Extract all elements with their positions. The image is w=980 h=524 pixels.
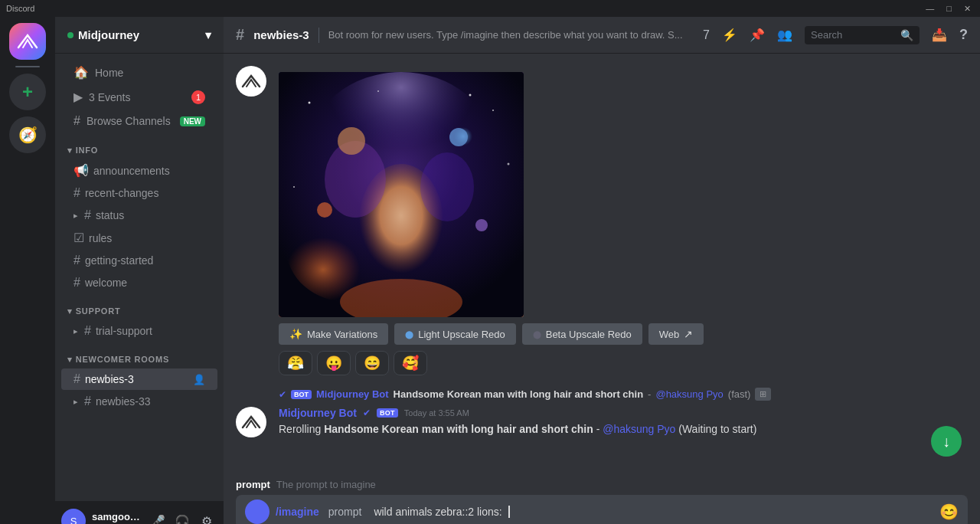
msg-context: ✔ BOT Midjourney Bot Handsome Korean man…	[279, 388, 968, 401]
web-btn[interactable]: Web ↗	[648, 323, 704, 345]
sidebar-channel-recent-changes[interactable]: # recent-changes	[61, 182, 217, 204]
variations-icon: ✨	[289, 328, 302, 340]
prompt-hint-label: prompt	[236, 479, 270, 490]
help-icon[interactable]: ?	[959, 27, 968, 43]
light-upscale-icon: ⬤	[405, 330, 413, 339]
web-external-icon: ↗	[684, 328, 693, 340]
svg-point-12	[492, 110, 494, 111]
svg-point-16	[377, 90, 379, 92]
maximize-btn[interactable]: □	[943, 4, 955, 14]
msg-context-line: ✔ BOT Midjourney Bot Handsome Korean man…	[236, 388, 968, 401]
context-mention: @haksung Pyo	[655, 388, 723, 400]
settings-btn[interactable]: ⚙	[196, 510, 217, 524]
search-icon: 🔍	[900, 29, 913, 41]
search-input[interactable]	[811, 29, 896, 41]
sidebar-channel-announcements[interactable]: 📢 announcements	[61, 159, 217, 182]
announce-icon: 📢	[74, 163, 89, 178]
sidebar-item-events[interactable]: ▶ 3 Events 1	[61, 85, 217, 109]
channel-welcome-label: welcome	[85, 277, 127, 289]
server-name: Midjourney	[78, 28, 139, 41]
mic-btn[interactable]: 🎤	[147, 510, 168, 524]
sidebar-footer: S samgoodw... #1598 🎤 🎧 ⚙	[55, 501, 224, 524]
sidebar-channel-status[interactable]: ▸ # status	[61, 205, 217, 226]
sidebar-channel-newbies-3[interactable]: # newbies-3 👤	[61, 368, 217, 390]
context-dash: -	[648, 388, 651, 400]
hash-icon-nb3: #	[74, 372, 80, 386]
messages-list: ✨ Make Variations ⬤ Light Upscale Redo ⬤…	[224, 54, 980, 470]
chat-input-area: /imagine prompt wild animals zebra::2 li…	[224, 495, 980, 524]
hash-icon-gs: #	[74, 254, 80, 267]
search-box[interactable]: 🔍	[805, 26, 920, 44]
headset-btn[interactable]: 🎧	[172, 510, 193, 524]
discover-btn[interactable]: 🧭	[9, 116, 46, 153]
pin-icon[interactable]: 📌	[750, 28, 765, 42]
add-member-icon[interactable]: 👥	[777, 28, 792, 42]
make-variations-btn[interactable]: ✨ Make Variations	[279, 323, 388, 345]
chevron-down-icon: ▾	[205, 28, 211, 42]
chat-input-box[interactable]: /imagine prompt wild animals zebra::2 li…	[236, 495, 968, 524]
prompt-hint: prompt The prompt to imagine	[236, 476, 968, 495]
context-prompt-text: Handsome Korean man with long hair and s…	[394, 388, 643, 400]
newcomer-section-header[interactable]: ▾ NEWCOMER ROOMS	[55, 342, 224, 368]
sidebar-header[interactable]: Midjourney ▾	[55, 17, 224, 54]
beta-upscale-redo-btn[interactable]: ⬤ Beta Upscale Redo	[522, 323, 642, 345]
add-server-btn[interactable]: +	[9, 74, 46, 110]
verified-icon: ✔	[279, 389, 286, 400]
reaction-heart-eyes[interactable]: 🥰	[394, 351, 427, 375]
msg2-action: Rerolling	[279, 423, 324, 435]
server-icon-midjourney[interactable]	[9, 23, 46, 60]
support-section-header[interactable]: ▾ SUPPORT	[55, 294, 224, 319]
sidebar-item-home[interactable]: 🏠 Home	[61, 61, 217, 84]
sidebar: Midjourney ▾ 🏠 Home ▶ 3 Events 1 # Brows…	[55, 17, 224, 524]
support-section-title: ▾ SUPPORT	[67, 306, 120, 316]
hash-icon-1: #	[74, 186, 80, 200]
svg-point-6	[420, 152, 474, 221]
light-upscale-redo-label: Light Upscale Redo	[418, 329, 505, 340]
light-upscale-redo-btn[interactable]: ⬤ Light Upscale Redo	[394, 323, 515, 345]
emoji-picker-btn[interactable]: 😊	[939, 503, 959, 521]
scroll-to-bottom-area: ↓	[931, 426, 962, 463]
sidebar-channel-getting-started[interactable]: # getting-started	[61, 250, 217, 271]
header-icons: 7 ⚡ 📌 👥 🔍 📥 ?	[703, 26, 968, 44]
info-section-title: ▾ INFO	[67, 146, 98, 156]
reaction-angry[interactable]: 😤	[279, 351, 312, 375]
inbox-icon[interactable]: 📥	[932, 28, 947, 42]
collapse-arrow-ts: ▸	[74, 326, 78, 336]
msg2-verified-icon: ✔	[363, 408, 371, 418]
channel-trial-support-label: trial-support	[96, 325, 152, 337]
hash-icon-ts: #	[84, 324, 91, 338]
context-icon-btn[interactable]: ⊞	[755, 388, 771, 401]
msg2-timestamp: Today at 3:55 AM	[404, 408, 469, 418]
channel-announcements-label: announcements	[93, 165, 170, 177]
info-section-header[interactable]: ▾ INFO	[55, 133, 224, 159]
channel-newbies-3-label: newbies-3	[85, 373, 134, 385]
channel-header: # newbies-3 Bot room for new users. Type…	[224, 17, 980, 54]
close-btn[interactable]: ✕	[961, 4, 974, 14]
sidebar-content: 🏠 Home ▶ 3 Events 1 # Browse Channels NE…	[55, 54, 224, 501]
message-2: Midjourney Bot ✔ BOT Today at 3:55 AM Re…	[236, 407, 968, 437]
sidebar-channel-welcome[interactable]: # welcome	[61, 272, 217, 293]
chat-user-avatar	[245, 499, 270, 524]
events-icon: ▶	[74, 90, 83, 104]
sidebar-channel-rules[interactable]: ☑ rules	[61, 227, 217, 249]
sidebar-events-label: 3 Events	[89, 91, 130, 103]
online-status-dot	[67, 32, 74, 38]
sidebar-item-browse[interactable]: # Browse Channels NEW	[61, 110, 217, 133]
sidebar-channel-newbies-33[interactable]: ▸ # newbies-33	[61, 391, 217, 412]
bolt-icon[interactable]: ⚡	[722, 28, 737, 42]
check-icon: ☑	[74, 231, 84, 245]
svg-point-8	[449, 128, 468, 146]
header-divider	[318, 28, 319, 43]
msg2-text: Rerolling Handsome Korean man with long …	[279, 422, 968, 437]
user-avatar: S	[61, 509, 86, 524]
scroll-to-bottom-btn[interactable]: ↓	[931, 426, 962, 457]
minimize-btn[interactable]: —	[923, 4, 937, 14]
reaction-tongue[interactable]: 😛	[317, 351, 351, 375]
message-1: ✨ Make Variations ⬤ Light Upscale Redo ⬤…	[236, 66, 968, 375]
svg-point-10	[475, 219, 488, 231]
newcomer-section-title: ▾ NEWCOMER ROOMS	[67, 355, 169, 365]
sidebar-channel-trial-support[interactable]: ▸ # trial-support	[61, 320, 217, 342]
titlebar: Discord — □ ✕	[0, 0, 980, 17]
msg1-image-container	[279, 72, 968, 317]
reaction-grin[interactable]: 😄	[355, 351, 389, 375]
